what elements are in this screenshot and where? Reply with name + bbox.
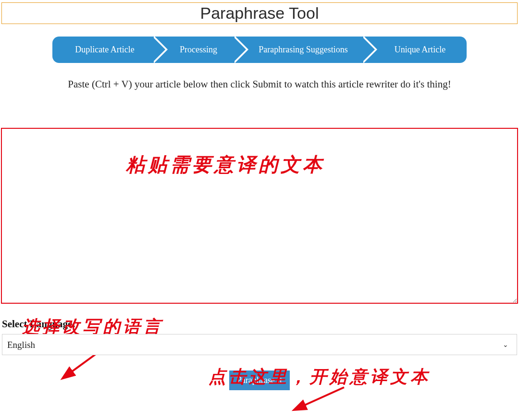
- step-label: Processing: [180, 45, 217, 55]
- textarea-highlight-border: [1, 128, 518, 304]
- page-title: Paraphrase Tool: [2, 4, 517, 23]
- article-input[interactable]: [2, 129, 517, 303]
- language-select-container: English ⌄: [2, 334, 517, 355]
- textarea-container: [0, 128, 519, 304]
- step-label: Unique Article: [395, 45, 445, 55]
- instruction-text: Paste (Ctrl + V) your article below then…: [0, 78, 519, 90]
- step-duplicate-article: Duplicate Article: [52, 37, 152, 63]
- paraphrase-button[interactable]: Paraphrase It: [229, 371, 290, 390]
- step-unique-article: Unique Article: [362, 37, 467, 63]
- step-label: Duplicate Article: [75, 45, 134, 55]
- title-container: Paraphrase Tool: [1, 2, 518, 24]
- svg-line-1: [295, 387, 344, 409]
- progress-steps: Duplicate Article Processing Paraphrasin…: [52, 37, 467, 63]
- step-paraphrasing-suggestions: Paraphrasing Suggestions: [233, 37, 362, 63]
- submit-row: Paraphrase It: [0, 371, 519, 390]
- language-select[interactable]: English: [2, 334, 517, 355]
- language-label: Select Language:: [0, 318, 519, 330]
- step-label: Paraphrasing Suggestions: [259, 45, 347, 55]
